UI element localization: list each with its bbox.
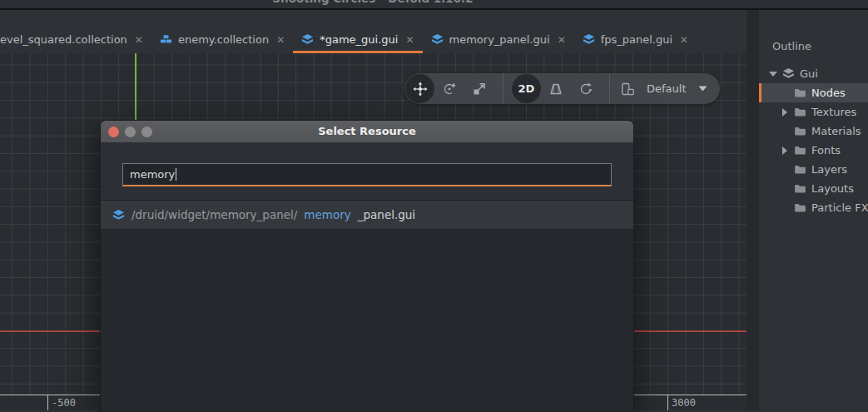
canvas-toolbar: 2D [404,73,720,104]
close-icon[interactable]: ✕ [556,34,566,46]
outline-item-gui[interactable]: Gui [759,64,868,83]
text-cursor [176,168,176,181]
outline-item-label: Layers [811,163,847,176]
2d-mode-button[interactable]: 2D [512,74,541,103]
folder-icon [794,106,806,118]
close-icon[interactable]: ✕ [404,34,414,46]
outline-panel: Outline Gui Nodes Textures Materials [759,10,868,410]
tab-game-gui[interactable]: *game_gui.gui ✕ [293,28,422,53]
ruler-tick [667,395,668,410]
layout-dropdown[interactable]: Default [618,73,720,104]
outline-item-label: Nodes [811,87,846,99]
gui-icon [431,33,444,46]
2d-mode-label: 2D [518,82,535,95]
outline-item-layouts[interactable]: Layouts [759,179,868,198]
expander-placeholder [781,204,789,212]
collection-icon [160,33,172,46]
close-icon[interactable]: ✕ [275,34,285,46]
tab-label: enemy.collection [178,33,269,46]
close-icon[interactable]: ✕ [678,34,688,46]
rotate-tool-button[interactable] [438,77,461,101]
window-title: Shooting Circles - Defold 1.10.2 [272,0,473,6]
close-icon[interactable]: ✕ [133,34,143,46]
ruler-label: -500 [52,397,76,409]
rotate-icon [442,82,457,97]
outline-item-label: Layouts [811,182,854,195]
tab-label: evel_squared.collection [0,33,127,46]
result-path-match: memory [304,208,350,221]
select-resource-dialog: Select Resource memory /druid/widget/mem… [100,120,634,412]
expander-down-icon[interactable] [769,70,777,78]
defold-window: Shooting Circles - Defold 1.10.2 evel_sq… [0,0,868,412]
outline-item-materials[interactable]: Materials [759,122,868,141]
perspective-camera-button[interactable] [544,77,568,101]
dialog-zoom-button[interactable] [141,127,152,137]
refresh-icon [578,82,593,97]
move-tool-button[interactable] [405,74,434,103]
outline-item-fonts[interactable]: Fonts [759,141,868,160]
expander-right-icon[interactable] [781,108,789,117]
folder-icon [794,144,806,156]
tab-label: *game_gui.gui [320,33,398,46]
scale-tool-button[interactable] [468,77,491,101]
folder-icon [794,163,806,176]
gui-icon [301,33,314,46]
dialog-results-list: /druid/widget/memory_panel/memory_panel.… [101,201,633,412]
toolbar-divider [503,73,503,104]
gui-icon [583,33,595,46]
window-titlebar: Shooting Circles - Defold 1.10.2 [0,0,868,10]
chevron-down-icon [698,86,707,92]
folder-icon [794,125,806,137]
tab-label: memory_panel.gui [449,33,550,46]
dialog-close-button[interactable] [108,127,119,137]
outline-item-label: Materials [811,125,861,137]
tab-label: fps_panel.gui [601,33,672,46]
traffic-lights [108,127,152,137]
outline-item-layers[interactable]: Layers [759,160,868,179]
result-path-prefix: /druid/widget/memory_panel/ [131,208,297,221]
folder-icon [794,87,806,99]
toolbar-divider [609,73,610,104]
folder-icon [794,182,806,195]
search-input-value: memory [130,168,175,181]
result-path-suffix: _panel.gui [358,208,415,221]
dialog-search-section: memory [101,142,633,201]
expander-placeholder [781,127,789,136]
outline-item-label: Particle FX [811,201,868,214]
resource-result-row[interactable]: /druid/widget/memory_panel/memory_panel.… [101,201,633,229]
dialog-titlebar[interactable]: Select Resource [101,121,633,142]
gui-icon [112,209,125,221]
outline-item-particle-fx[interactable]: Particle FX [759,198,868,217]
outline-item-label: Textures [811,106,856,118]
realign-camera-button[interactable] [574,77,598,101]
expander-placeholder [781,185,789,193]
tab-fps-panel-gui[interactable]: fps_panel.gui ✕ [574,28,697,53]
ruler-tick [47,395,48,410]
ruler-label: 3000 [672,397,696,409]
scale-icon [472,82,487,97]
frustum-icon [548,82,563,97]
dialog-title: Select Resource [101,121,633,142]
resource-search-input[interactable]: memory [122,163,612,186]
layout-selector-value: Default [643,82,690,95]
tab-memory-panel-gui[interactable]: memory_panel.gui ✕ [423,28,574,53]
expander-right-icon[interactable] [781,146,789,155]
outline-item-textures[interactable]: Textures [759,102,868,122]
dialog-minimize-button[interactable] [125,127,136,137]
outline-item-label: Fonts [811,144,841,156]
outline-header: Outline [759,37,868,56]
panel-divider [746,10,759,410]
tab-enemy-collection[interactable]: enemy.collection ✕ [151,28,293,53]
outline-item-label: Gui [800,67,818,80]
tab-level-squared-collection[interactable]: evel_squared.collection ✕ [0,28,151,53]
expander-placeholder [781,166,789,174]
outline-item-nodes[interactable]: Nodes [759,83,868,102]
move-icon [413,82,428,97]
editor-tab-bar: evel_squared.collection ✕ enemy.collecti… [0,10,746,53]
gui-icon [782,67,795,80]
folder-icon [794,201,806,214]
expander-placeholder [781,89,789,97]
device-layout-icon [620,82,635,97]
